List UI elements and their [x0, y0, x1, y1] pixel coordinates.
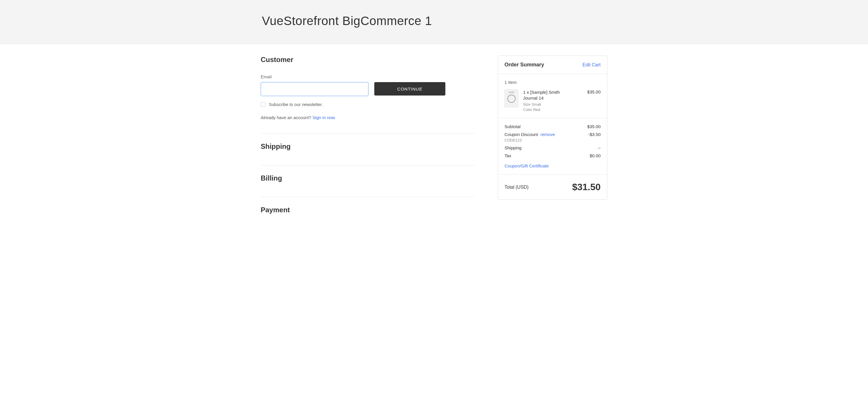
continue-button[interactable]: CONTINUE [374, 82, 445, 96]
order-summary-title: Order Summary [504, 62, 544, 68]
cart-item: smith 1 x [Sample] Smith Journal 14 Size… [504, 89, 600, 112]
signin-row: Already have an account? Sign in now [261, 115, 474, 120]
email-label: Email [261, 74, 474, 79]
item-price: $35.00 [587, 89, 600, 112]
order-summary-card: Order Summary Edit Cart 1 Item smith 1 x… [498, 56, 607, 200]
subtotal-value: $35.00 [587, 124, 600, 129]
customer-heading: Customer [261, 56, 474, 64]
payment-heading: Payment [261, 206, 474, 214]
edit-cart-link[interactable]: Edit Cart [583, 62, 600, 68]
subscribe-checkbox[interactable] [261, 102, 265, 107]
thumb-graphic [507, 95, 516, 103]
payment-step: Payment [261, 206, 474, 223]
divider [261, 133, 474, 134]
item-attr-color: Color Red [523, 107, 567, 113]
subscribe-label: Subscribe to our newsletter. [269, 102, 323, 107]
total-label: Total (USD) [504, 185, 529, 190]
coupon-gift-link[interactable]: Coupon/Gift Certificate [504, 163, 549, 168]
signin-link[interactable]: Sign in now [313, 115, 335, 120]
shipping-heading: Shipping [261, 142, 474, 151]
signin-prompt: Already have an account? [261, 115, 313, 120]
divider [261, 165, 474, 165]
billing-step: Billing [261, 174, 474, 197]
page-header: VueStorefront BigCommerce 1 [0, 0, 868, 44]
shipping-label: Shipping [504, 145, 521, 150]
shipping-step: Shipping [261, 142, 474, 165]
product-thumbnail: smith [504, 89, 519, 107]
coupon-code: CODE123 [504, 138, 600, 142]
site-title: VueStorefront BigCommerce 1 [261, 14, 607, 28]
billing-heading: Billing [261, 174, 474, 182]
email-input[interactable] [261, 82, 369, 96]
item-attr-size: Size Small [523, 102, 567, 107]
item-name: 1 x [Sample] Smith Journal 14 [523, 89, 567, 101]
subtotal-label: Subtotal [504, 124, 521, 129]
checkout-steps: Customer Email CONTINUE Subscribe to our… [261, 56, 474, 223]
item-count: 1 Item [504, 80, 600, 85]
thumb-word: smith [508, 91, 514, 94]
remove-coupon-link[interactable]: remove [540, 132, 555, 137]
tax-label: Tax [504, 153, 511, 158]
total-value: $31.50 [572, 182, 600, 192]
customer-step: Customer Email CONTINUE Subscribe to our… [261, 56, 474, 133]
shipping-value: -- [598, 145, 600, 150]
divider [261, 197, 474, 197]
coupon-discount-label: Coupon Discount [504, 132, 538, 137]
tax-value: $0.00 [590, 153, 600, 158]
coupon-discount-value: -$3.50 [588, 132, 600, 137]
